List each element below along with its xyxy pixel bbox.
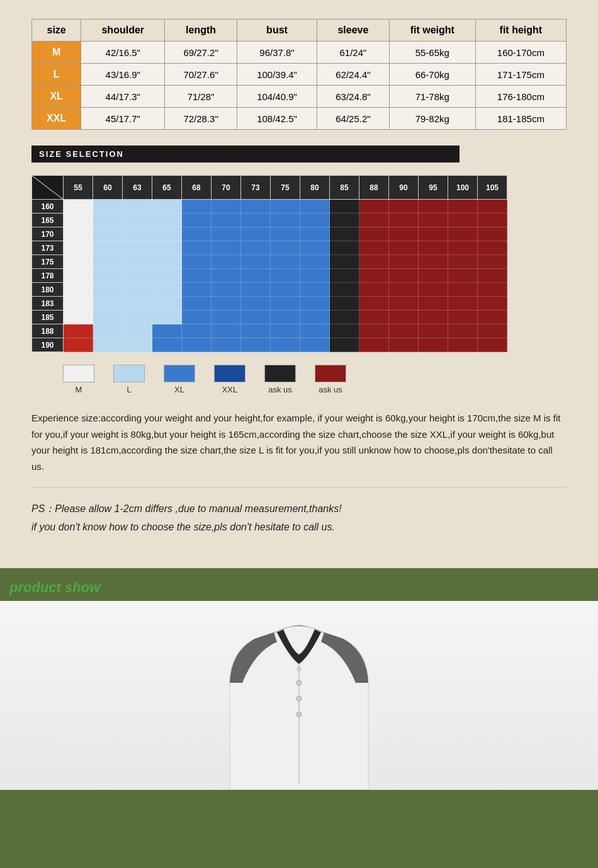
- legend-swatch: [63, 365, 94, 382]
- color-grid-row: 165: [32, 214, 507, 227]
- table-header-row: size shoulder length bust sleeve fit wei…: [32, 20, 567, 42]
- col-header-size: size: [32, 20, 81, 42]
- legend-item: L: [113, 365, 145, 394]
- size-selection-banner: SIZE SELECTION: [31, 146, 460, 163]
- legend-label: XL: [174, 385, 184, 394]
- legend-item: ask us: [264, 365, 296, 394]
- color-grid-row: 180: [32, 283, 507, 297]
- col-header-sleeve: sleeve: [317, 20, 390, 42]
- table-row: L43/16.9"70/27.6"100/39.4"62/24.4"66-70k…: [32, 64, 567, 86]
- table-row: M42/16.5"69/27.2"96/37.8"61/24"55-65kg16…: [32, 42, 567, 64]
- size-chart-section: size shoulder length bust sleeve fit wei…: [0, 0, 598, 568]
- color-grid-row: 190: [32, 338, 507, 352]
- product-image-area: [0, 601, 598, 790]
- shirt-svg: [179, 601, 419, 790]
- col-header-fitweight: fit weight: [389, 20, 475, 42]
- col-header-fitheight: fit height: [475, 20, 566, 42]
- legend-label: ask us: [268, 385, 292, 394]
- color-grid-row: 188: [32, 324, 507, 338]
- svg-point-3: [296, 696, 302, 701]
- ps-line1: PS：Please allow 1-2cm differs ,due to ma…: [31, 503, 342, 514]
- color-grid-row: 183: [32, 297, 507, 311]
- color-grid-row: 178: [32, 269, 507, 283]
- color-grid-row: 170: [32, 227, 507, 241]
- legend-label: XXL: [222, 385, 238, 394]
- col-header-length: length: [165, 20, 237, 42]
- color-grid-row: 160: [32, 200, 507, 214]
- main-container: size shoulder length bust sleeve fit wei…: [0, 0, 598, 790]
- svg-line-0: [32, 176, 64, 200]
- table-row: XXL45/17.7"72/28.3"108/42.5"64/25.2"79-8…: [32, 108, 567, 130]
- svg-point-5: [297, 667, 301, 671]
- legend-item: M: [63, 365, 94, 394]
- col-header-bust: bust: [237, 20, 317, 42]
- svg-point-2: [296, 680, 302, 685]
- legend-swatch: [164, 365, 195, 382]
- color-grid: 5560636568707375808588909510010516016517…: [31, 175, 507, 352]
- divider: [31, 487, 567, 488]
- color-grid-row: 175: [32, 255, 507, 269]
- legend-item: ask us: [315, 365, 346, 394]
- legend-swatch: [264, 365, 296, 382]
- svg-point-4: [296, 712, 302, 717]
- color-grid-container: 5560636568707375808588909510010516016517…: [31, 175, 567, 352]
- legend-label: L: [127, 385, 131, 394]
- product-show-section: product show: [0, 568, 598, 790]
- color-grid-header: 55606365687073758085889095100105: [32, 176, 507, 200]
- legend-item: XL: [164, 365, 195, 394]
- legend-label: ask us: [319, 385, 342, 394]
- experience-text: Experience size:according your weight an…: [31, 410, 567, 474]
- size-table: size shoulder length bust sleeve fit wei…: [31, 19, 567, 130]
- table-row: XL44/17.3"71/28"104/40.9"63/24.8"71-78kg…: [32, 86, 567, 108]
- ps-note: PS：Please allow 1-2cm differs ,due to ma…: [31, 500, 567, 537]
- product-show-header: product show: [0, 574, 598, 601]
- color-grid-row: 185: [32, 311, 507, 324]
- legend-swatch: [113, 365, 145, 382]
- legend-container: MLXLXXLask usask us: [63, 365, 567, 394]
- legend-item: XXL: [214, 365, 245, 394]
- legend-label: M: [76, 385, 82, 394]
- color-grid-row: 173: [32, 241, 507, 255]
- ps-line2: if you don't know how to choose the size…: [31, 522, 335, 532]
- col-header-shoulder: shoulder: [81, 20, 165, 42]
- legend-swatch: [214, 365, 245, 382]
- legend-swatch: [315, 365, 346, 382]
